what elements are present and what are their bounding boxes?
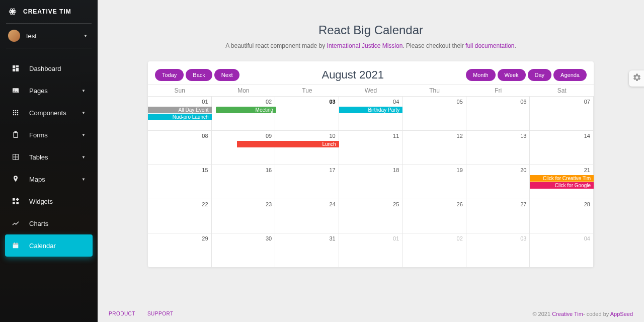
content: React Big Calendar A beautiful react com… (98, 0, 644, 306)
dow-cell: Tue (275, 85, 339, 96)
calendar-day[interactable]: 18 (339, 165, 403, 199)
calendar-day[interactable]: 27 (466, 199, 530, 233)
brand[interactable]: CREATIVE TIM (5, 7, 93, 23)
calendar-day[interactable]: 03 (275, 97, 339, 130)
calendar-day[interactable]: 10 (275, 131, 339, 165)
chevron-down-icon: ▼ (82, 177, 86, 182)
pin-icon (11, 175, 20, 184)
sidebar-item-charts[interactable]: Charts (5, 212, 93, 234)
svg-point-10 (13, 110, 15, 112)
calendar-day[interactable]: 06 (466, 97, 530, 130)
calendar-day[interactable]: 08 (148, 131, 212, 165)
svg-rect-4 (13, 65, 15, 68)
calendar-weeks: 01020304050607All Day EventMeetingNud-pr… (148, 96, 594, 267)
subtitle-link-ijm[interactable]: International Justice Mission (327, 42, 403, 49)
svg-point-16 (13, 114, 15, 116)
calendar-day[interactable]: 04 (530, 233, 594, 267)
sidebar: CREATIVE TIM test ▼ DashboardPages▼Compo… (0, 0, 98, 322)
dow-cell: Sat (530, 85, 594, 96)
calendar-day[interactable]: 05 (403, 97, 466, 130)
sidebar-item-tables[interactable]: Tables▼ (5, 146, 93, 168)
svg-rect-27 (16, 202, 19, 204)
svg-point-18 (17, 114, 19, 116)
calendar-week: 08091011121314Lunch (148, 130, 594, 165)
chevron-down-icon: ▼ (82, 111, 86, 115)
calendar-event[interactable]: All Day Event (148, 107, 212, 113)
calendar-day[interactable]: 15 (148, 165, 212, 199)
calendar-icon (11, 241, 20, 250)
sidebar-item-label: Tables (29, 153, 48, 161)
calendar-day[interactable]: 09 (212, 131, 276, 165)
svg-point-0 (12, 11, 14, 13)
dashboard-icon (11, 64, 20, 73)
chevron-down-icon: ▼ (82, 133, 86, 137)
sidebar-item-label: Charts (29, 220, 48, 227)
calendar-day[interactable]: 14 (530, 131, 594, 165)
calendar-day[interactable]: 03 (466, 233, 530, 267)
svg-point-9 (14, 90, 15, 91)
day-button[interactable]: Day (528, 69, 552, 81)
svg-rect-6 (16, 68, 19, 71)
today-button[interactable]: Today (155, 69, 184, 81)
calendar-day[interactable]: 04 (339, 97, 403, 130)
calendar-day[interactable]: 26 (403, 199, 466, 233)
calendar-day[interactable]: 02 (403, 233, 466, 267)
calendar-day[interactable]: 13 (466, 131, 530, 165)
calendar-event[interactable]: Meeting (216, 107, 277, 113)
calendar-day[interactable]: 02 (212, 97, 276, 130)
calendar-week: 01020304050607All Day EventMeetingNud-pr… (148, 96, 594, 130)
back-button[interactable]: Back (186, 69, 212, 81)
sidebar-item-forms[interactable]: Forms▼ (5, 124, 93, 146)
sidebar-item-widgets[interactable]: Widgets (5, 190, 93, 212)
dow-cell: Wed (339, 85, 403, 96)
sidebar-item-maps[interactable]: Maps▼ (5, 168, 93, 190)
calendar-day[interactable]: 07 (530, 97, 594, 130)
week-button[interactable]: Week (498, 69, 526, 81)
calendar-day[interactable]: 20 (466, 165, 530, 199)
grid-icon (11, 152, 20, 162)
footer-link-product[interactable]: PRODUCT (109, 311, 135, 317)
sidebar-item-components[interactable]: Components▼ (5, 102, 93, 124)
calendar-day[interactable]: 22 (148, 199, 212, 233)
subtitle-text: . Please checkout their (403, 42, 465, 49)
footer-link-support[interactable]: SUPPORT (147, 311, 174, 317)
calendar-day[interactable]: 29 (148, 233, 212, 267)
sidebar-item-label: Components (29, 109, 66, 117)
calendar-day[interactable]: 01 (339, 233, 403, 267)
calendar-day[interactable]: 28 (530, 199, 594, 233)
calendar-day[interactable]: 16 (212, 165, 276, 199)
sidebar-item-pages[interactable]: Pages▼ (5, 79, 93, 102)
footer-text: © 2021 (532, 311, 552, 317)
calendar-event[interactable]: Click for Google (530, 182, 594, 189)
calendar-toolbar: Today Back Next August 2021 Month Week D… (148, 68, 594, 85)
user-menu[interactable]: test ▼ (5, 24, 93, 48)
dow-cell: Mon (212, 85, 276, 96)
footer-link-creative-tim[interactable]: Creative Tim (552, 311, 583, 317)
calendar-event[interactable]: Birthday Party (339, 107, 403, 113)
footer-link-appseed[interactable]: AppSeed (610, 311, 633, 317)
calendar-day[interactable]: 31 (275, 233, 339, 267)
calendar-day[interactable]: 24 (275, 199, 339, 233)
svg-rect-24 (13, 198, 15, 201)
calendar-day[interactable]: 30 (212, 233, 276, 267)
calendar-week: 22232425262728 (148, 199, 594, 233)
sidebar-item-calendar[interactable]: Calendar (5, 234, 93, 257)
calendar-day[interactable]: 11 (339, 131, 403, 165)
calendar-event[interactable]: Nud-pro Launch (148, 114, 212, 120)
clipboard-icon (11, 130, 20, 139)
next-button[interactable]: Next (214, 69, 240, 81)
calendar-event[interactable]: Lunch (237, 141, 339, 147)
settings-gear-button[interactable] (629, 70, 644, 87)
agenda-button[interactable]: Agenda (553, 69, 587, 81)
calendar-day[interactable]: 23 (212, 199, 276, 233)
calendar-day[interactable]: 17 (275, 165, 339, 199)
subtitle-text: . (515, 42, 516, 49)
calendar-day[interactable]: 19 (403, 165, 466, 199)
sidebar-item-dashboard[interactable]: Dashboard (5, 57, 93, 79)
calendar-day[interactable]: 25 (339, 199, 403, 233)
footer-copyright: © 2021 Creative Tim- coded by AppSeed (532, 311, 633, 317)
calendar-day[interactable]: 12 (403, 131, 466, 165)
month-button[interactable]: Month (466, 69, 496, 81)
calendar-event[interactable]: Click for Creative Tim (530, 175, 594, 182)
subtitle-link-docs[interactable]: full documentation (465, 42, 514, 49)
